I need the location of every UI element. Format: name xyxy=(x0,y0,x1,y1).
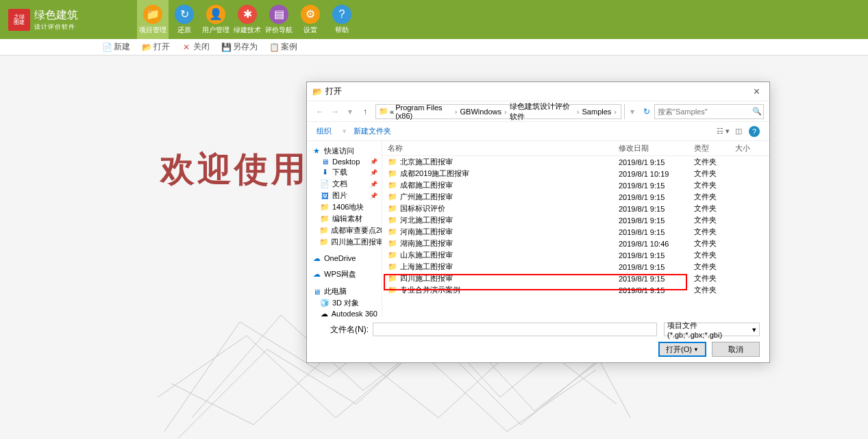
nav-item-四川施工图报审[interactable]: 📁四川施工图报审 xyxy=(310,236,379,248)
search-box[interactable]: 🔍 xyxy=(654,104,764,119)
设置-icon: ⚙ xyxy=(301,5,320,24)
open-button[interactable]: 打开(O) ▼ xyxy=(658,342,706,357)
file-list: 名称 修改日期 类型 大小 📁北京施工图报审2019/8/1 9:15文件夹📁成… xyxy=(382,141,769,317)
breadcrumb-item[interactable]: GBWindows xyxy=(458,108,503,116)
nav-item-下载[interactable]: ⬇下载📌 xyxy=(310,166,379,178)
toolbar-设置[interactable]: ⚙设置 xyxy=(295,0,326,39)
subbar-label: 另存为 xyxy=(233,41,258,53)
file-name: 国标标识评价 xyxy=(400,203,445,214)
nav-thispc[interactable]: 🖥此电脑 xyxy=(310,286,379,297)
file-date: 2019/8/1 9:15 xyxy=(619,263,694,271)
navigation-pane: ★快速访问🖥Desktop📌⬇下载📌📄文档📌🖼图片📌📁1406地块📁编辑素材📁成… xyxy=(307,141,382,317)
评价导航-icon: ▤ xyxy=(269,5,288,24)
file-name: 四川施工图报审 xyxy=(400,273,453,284)
file-type: 文件夹 xyxy=(694,273,735,284)
file-row[interactable]: 📁湖南施工图报审2019/8/1 10:46文件夹 xyxy=(382,238,769,249)
file-name: 成都2019施工图报审 xyxy=(400,168,469,179)
view-options-button[interactable]: ☷ ▾ xyxy=(717,127,730,136)
toolbar-label: 评价导航 xyxy=(265,25,293,35)
toolbar-评价导航[interactable]: ▤评价导航 xyxy=(263,0,295,39)
file-row[interactable]: 📁河北施工图报审2019/8/1 9:15文件夹 xyxy=(382,214,769,226)
help-icon[interactable]: ? xyxy=(749,126,760,137)
column-type[interactable]: 类型 xyxy=(694,143,735,153)
nav-item-Autodesk 360[interactable]: ☁Autodesk 360 xyxy=(310,309,379,317)
toolbar-label: 还原 xyxy=(177,25,191,35)
filetype-dropdown[interactable]: 项目文件(*.gb;*.gbx;*.gbi) ▾ xyxy=(664,323,760,336)
filename-input[interactable] xyxy=(373,323,657,336)
subbar-新建[interactable]: 📄新建 xyxy=(96,41,136,53)
file-row[interactable]: 📁成都施工图报审2019/8/1 9:15文件夹 xyxy=(382,179,769,191)
breadcrumb-item[interactable]: Program Files (x86) xyxy=(394,103,454,120)
subbar-另存为[interactable]: 💾另存为 xyxy=(215,41,263,53)
nav-item-1406地块[interactable]: 📁1406地块 xyxy=(310,201,379,213)
file-type: 文件夹 xyxy=(694,262,735,272)
chevron-right-icon: › xyxy=(577,108,580,116)
breadcrumb-item[interactable]: Samples xyxy=(581,108,613,116)
nav-item-文档[interactable]: 📄文档📌 xyxy=(310,178,379,190)
refresh-button[interactable]: ↻ xyxy=(639,107,654,116)
file-row[interactable]: 📁四川施工图报审2019/8/1 9:15文件夹 xyxy=(382,273,769,284)
file-row[interactable]: 📁上海施工图报审2019/8/1 9:15文件夹 xyxy=(382,261,769,273)
file-row[interactable]: 📁河南施工图报审2019/8/1 9:15文件夹 xyxy=(382,226,769,238)
nav-item-icon: 🧊 xyxy=(319,299,330,308)
up-button[interactable]: ↑ xyxy=(358,104,373,119)
column-size[interactable]: 大小 xyxy=(735,143,769,153)
column-name[interactable]: 名称 xyxy=(382,143,619,153)
nav-wps[interactable]: ☁WPS网盘 xyxy=(310,268,379,280)
pin-icon: 📌 xyxy=(370,181,377,188)
preview-pane-button[interactable]: ◫ xyxy=(735,127,742,136)
search-input[interactable] xyxy=(658,108,752,116)
breadcrumb[interactable]: 📁«Program Files (x86)›GBWindows›绿色建筑设计评价… xyxy=(375,104,621,119)
nav-onedrive[interactable]: ☁OneDrive xyxy=(310,253,379,263)
nav-item-icon: ⬇ xyxy=(319,168,330,177)
dialog-icon: 📂 xyxy=(312,87,323,97)
subbar-打开[interactable]: 📂打开 xyxy=(136,41,175,53)
folder-icon: 📁 xyxy=(379,107,388,116)
nav-item-Desktop[interactable]: 🖥Desktop📌 xyxy=(310,157,379,166)
toolbar-label: 绿建技术 xyxy=(234,25,261,35)
案例-icon: 📋 xyxy=(269,42,280,53)
search-icon[interactable]: 🔍 xyxy=(752,107,762,116)
breadcrumb-dropdown[interactable]: ▾ xyxy=(624,104,639,119)
cloud-icon: ☁ xyxy=(311,271,322,279)
toolbar-项目管理[interactable]: 📁项目管理 xyxy=(137,0,169,39)
file-row[interactable]: 📁广州施工图报审2019/8/1 9:15文件夹 xyxy=(382,191,769,203)
back-button[interactable]: ← xyxy=(312,104,327,119)
file-date: 2019/8/1 9:15 xyxy=(619,158,694,166)
file-name: 湖南施工图报审 xyxy=(400,238,453,249)
file-date: 2019/8/1 10:19 xyxy=(619,170,694,178)
file-row[interactable]: 📁国标标识评价2019/8/1 9:15文件夹 xyxy=(382,203,769,214)
nav-quick-access[interactable]: ★快速访问 xyxy=(310,145,379,157)
column-date[interactable]: 修改日期 xyxy=(619,143,694,153)
nav-item-编辑素材[interactable]: 📁编辑素材 xyxy=(310,213,379,225)
nav-item-icon: 📁 xyxy=(319,215,330,223)
subbar-关闭[interactable]: ✕关闭 xyxy=(175,41,215,53)
file-date: 2019/8/1 10:46 xyxy=(619,240,694,248)
toolbar-label: 设置 xyxy=(303,25,317,35)
toolbar-还原[interactable]: ↻还原 xyxy=(169,0,200,39)
toolbar-用户管理[interactable]: 👤用户管理 xyxy=(200,0,232,39)
toolbar-绿建技术[interactable]: ✱绿建技术 xyxy=(232,0,263,39)
新建-icon: 📄 xyxy=(101,42,112,53)
close-button[interactable]: × xyxy=(749,86,764,98)
file-row[interactable]: 📁山东施工图报审2019/8/1 9:15文件夹 xyxy=(382,249,769,261)
forward-button[interactable]: → xyxy=(327,104,343,119)
welcome-text: 欢迎使用 xyxy=(160,147,308,192)
subbar-案例[interactable]: 📋案例 xyxy=(263,41,303,53)
nav-item-图片[interactable]: 🖼图片📌 xyxy=(310,190,379,201)
还原-icon: ↻ xyxy=(175,5,194,24)
file-row[interactable]: 📁北京施工图报审2019/8/1 9:15文件夹 xyxy=(382,156,769,168)
toolbar-帮助[interactable]: ?帮助 xyxy=(326,0,358,39)
file-row[interactable]: 📁专业合并演示案例2019/8/1 9:15文件夹 xyxy=(382,284,769,296)
recent-dropdown[interactable]: ▾ xyxy=(343,104,358,119)
nav-item-3D 对象[interactable]: 🧊3D 对象 xyxy=(310,297,379,309)
subbar-label: 打开 xyxy=(153,41,170,53)
new-folder-button[interactable]: 新建文件夹 xyxy=(354,126,391,136)
toolbar-label: 用户管理 xyxy=(202,25,230,35)
nav-item-成都审查要点20[interactable]: 📁成都审查要点20 xyxy=(310,225,379,236)
organize-button[interactable]: 组织 xyxy=(317,126,332,136)
sub-toolbar: 📄新建📂打开✕关闭💾另存为📋案例 xyxy=(0,39,868,55)
cancel-button[interactable]: 取消 xyxy=(712,342,760,357)
file-row[interactable]: 📁成都2019施工图报审2019/8/1 10:19文件夹 xyxy=(382,168,769,179)
breadcrumb-item[interactable]: 绿色建筑设计评价软件 xyxy=(508,101,575,122)
